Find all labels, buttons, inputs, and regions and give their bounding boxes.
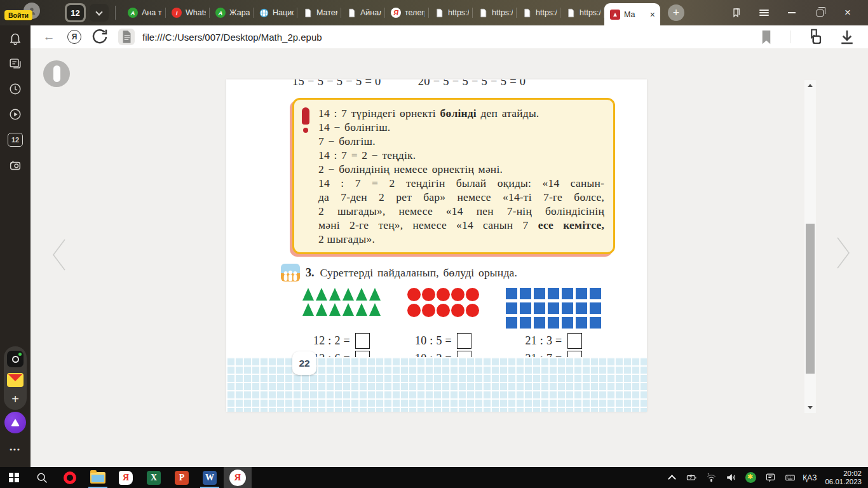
taskbar-app-opera[interactable] <box>56 467 84 488</box>
answer-box[interactable] <box>355 333 370 349</box>
division-equation: 12 : 2 = <box>313 333 370 349</box>
taskbar-app-word[interactable]: W <box>196 467 224 488</box>
tab[interactable]: Матем <box>297 0 341 25</box>
battery-indicator[interactable] <box>684 471 698 485</box>
menu-button[interactable] <box>750 0 778 25</box>
square-shape <box>548 302 559 314</box>
tab[interactable]: https:/ <box>517 0 560 25</box>
screenshot-button[interactable] <box>8 158 23 173</box>
triangle-shape <box>342 288 354 301</box>
alice-assistant-button[interactable] <box>4 412 26 433</box>
language-indicator[interactable]: ҚАЗ <box>803 473 817 482</box>
tab[interactable]: AЖарат <box>210 0 254 25</box>
answer-box[interactable] <box>457 333 471 349</box>
network-indicator[interactable] <box>704 471 718 485</box>
scroll-down-arrow-icon[interactable] <box>808 406 813 409</box>
triangle-shape <box>356 288 367 301</box>
tab-list-dropdown[interactable] <box>90 4 109 22</box>
tab-close-icon[interactable]: × <box>649 10 656 19</box>
touch-keyboard-button[interactable] <box>783 471 797 485</box>
sidebar-tab-counter[interactable]: 12 <box>8 132 23 147</box>
epub-favicon-icon <box>610 10 620 20</box>
volume-indicator[interactable] <box>724 471 738 485</box>
tab-counter[interactable]: 12 <box>65 3 86 22</box>
windows-logo-icon <box>9 473 19 483</box>
tab[interactable]: !Whats <box>166 0 210 25</box>
square-shape <box>576 302 587 314</box>
sidebar-panel-button[interactable] <box>722 0 750 25</box>
taskbar-app-yandex-browser[interactable]: Я <box>224 467 252 488</box>
camera-app-button[interactable] <box>7 351 24 367</box>
collections-button[interactable] <box>804 27 824 46</box>
notifications-tray-button[interactable] <box>763 471 777 485</box>
tab[interactable]: Нацио <box>254 0 297 25</box>
answer-box[interactable] <box>567 351 582 357</box>
date-label: 06.01.2023 <box>825 478 862 486</box>
notifications-button[interactable] <box>8 30 23 46</box>
taskbar-app-excel[interactable]: X <box>140 467 168 488</box>
next-page-button[interactable] <box>829 234 857 272</box>
close-window-button[interactable]: × <box>834 0 862 25</box>
equation-text: 12 : 6 = <box>313 352 350 357</box>
triangle-shape <box>316 288 327 301</box>
taskbar-app-yandex-old[interactable]: Я <box>112 467 140 488</box>
download-icon <box>837 27 857 46</box>
yandex-mail-button[interactable] <box>7 373 24 387</box>
taskbar-app-explorer[interactable] <box>84 467 112 488</box>
circle-shape <box>422 288 435 301</box>
tab-label: Айнал <box>360 8 381 17</box>
subtraction-equations: 15 − 5 − 5 − 5 = 0 20 − 5 − 5 − 5 − 5 = … <box>292 79 647 88</box>
equation-list: 10 : 5 =10 : 2 = <box>415 333 471 357</box>
exercise-triangles: 12 : 2 =12 : 6 = <box>302 288 381 357</box>
history-button[interactable] <box>8 81 23 97</box>
tab[interactable]: https:/ <box>429 0 473 25</box>
search-button[interactable] <box>28 467 56 488</box>
new-tab-button[interactable]: + <box>668 4 684 21</box>
answer-box[interactable] <box>567 333 582 349</box>
taskbar-app-powerpoint[interactable]: P <box>168 467 196 488</box>
division-equation: 10 : 2 = <box>415 351 471 357</box>
refresh-button[interactable] <box>90 27 109 46</box>
divider <box>790 30 790 43</box>
close-icon: × <box>844 6 851 19</box>
video-player-button[interactable] <box>8 107 23 122</box>
downloads-button[interactable] <box>837 27 857 46</box>
minimize-button[interactable] <box>778 0 806 25</box>
tab[interactable]: Айнал <box>341 0 385 25</box>
division-equation: 10 : 5 = <box>415 333 471 349</box>
tabs-panel-button[interactable] <box>8 56 23 71</box>
page-type-chip[interactable] <box>118 29 135 45</box>
yandex-badge-icon[interactable]: Я <box>67 30 81 44</box>
antivirus-tray-app[interactable] <box>743 471 757 485</box>
address-url[interactable]: file:///C:/Users/007/Desktop/Math_2p.epu… <box>142 32 322 43</box>
hidden-icons-button[interactable] <box>665 471 679 485</box>
circle-shape <box>466 288 479 301</box>
reader-sidebar-toggle[interactable] <box>43 60 70 87</box>
sidebar-more-button[interactable]: ••• <box>0 445 31 453</box>
bookmark-panel-icon <box>730 7 742 18</box>
tab[interactable]: Ятелегр <box>385 0 429 25</box>
document-favicon-icon <box>522 8 532 18</box>
answer-box[interactable] <box>355 351 370 357</box>
tab[interactable]: AАна ті <box>122 0 166 25</box>
tab[interactable]: https:/ <box>473 0 517 25</box>
login-button[interactable]: Войти <box>4 10 32 20</box>
tab-active[interactable]: Ma× <box>604 3 660 25</box>
scrollbar[interactable] <box>804 80 816 413</box>
back-button[interactable]: ← <box>39 27 58 46</box>
scroll-up-arrow-icon[interactable] <box>808 84 813 87</box>
clock[interactable]: 20:02 06.01.2023 <box>822 470 862 486</box>
bookmark-button[interactable] <box>757 27 776 46</box>
square-shape <box>576 317 587 329</box>
previous-page-button[interactable] <box>46 236 74 274</box>
add-shortcut-button[interactable]: + <box>11 393 19 405</box>
play-circle-icon <box>8 107 22 121</box>
maximize-button[interactable] <box>806 0 834 25</box>
tab[interactable]: https:/ <box>560 0 604 25</box>
square-shape <box>590 302 601 314</box>
group-work-icon <box>281 264 300 281</box>
scrollbar-thumb[interactable] <box>806 224 815 374</box>
answer-box[interactable] <box>457 351 471 357</box>
start-button[interactable] <box>0 467 28 488</box>
system-tray: ҚАЗ 20:02 06.01.2023 <box>665 470 868 486</box>
